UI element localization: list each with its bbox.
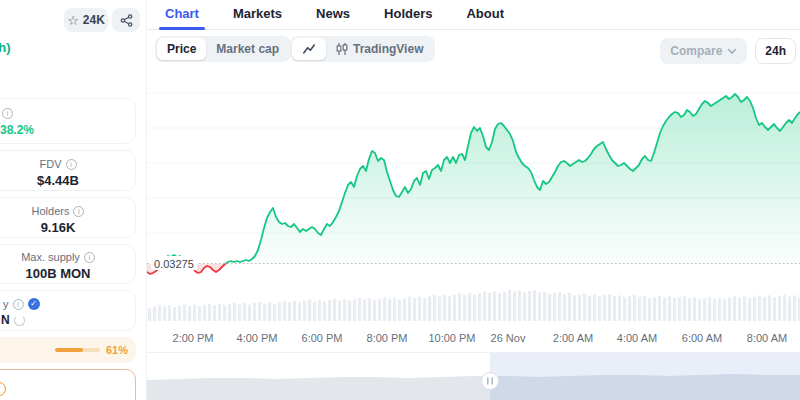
tab-holders[interactable]: Holders bbox=[384, 0, 432, 30]
sentiment-percent: 61% bbox=[106, 344, 128, 356]
sentiment-card: 61% bbox=[0, 337, 136, 363]
tab-about[interactable]: About bbox=[466, 0, 504, 30]
range-24h-button[interactable]: 24h bbox=[755, 38, 796, 64]
tab-markets[interactable]: Markets bbox=[233, 0, 282, 30]
x-axis-tick: 2:00 PM bbox=[173, 332, 214, 344]
share-button[interactable] bbox=[112, 8, 140, 32]
price-toggle-button[interactable]: Price bbox=[157, 38, 206, 60]
x-axis-tick: 6:00 AM bbox=[682, 332, 722, 344]
info-icon[interactable]: i bbox=[2, 108, 13, 119]
circulating-label-fragment: y bbox=[3, 298, 9, 310]
x-axis: 2:00 PM4:00 PM6:00 PM8:00 PM10:00 PM26 N… bbox=[147, 330, 800, 348]
sidebar-top-actions: ☆ 24K bbox=[0, 8, 140, 32]
x-axis-tick: 8:00 AM bbox=[747, 332, 787, 344]
market-cap-change: 38.2% bbox=[0, 123, 34, 137]
x-axis-tick: 8:00 PM bbox=[367, 332, 408, 344]
baseline-price-label: 0.03275 bbox=[154, 258, 194, 270]
favorite-count: 24K bbox=[83, 13, 105, 27]
compare-button[interactable]: Compare bbox=[660, 38, 747, 64]
max-supply-value: 100B MON bbox=[0, 266, 135, 281]
alert-card: ! bbox=[0, 369, 136, 400]
warning-icon: ! bbox=[0, 382, 6, 396]
holders-value: 9.16K bbox=[0, 220, 135, 235]
x-axis-tick: 6:00 PM bbox=[302, 332, 343, 344]
price-chart[interactable]: 0.03275 bbox=[147, 84, 800, 330]
holders-label: Holders bbox=[32, 205, 70, 217]
x-axis-tick: 4:00 AM bbox=[617, 332, 657, 344]
circulating-value-fragment: N bbox=[1, 313, 10, 327]
fdv-value: $4.44B bbox=[0, 173, 135, 188]
circulating-supply-card: y i ✓ N bbox=[0, 290, 136, 331]
app-root: ☆ 24K 4h) i 38.2% FDVi $4.44B bbox=[0, 0, 800, 400]
info-icon[interactable]: i bbox=[73, 206, 84, 217]
info-icon[interactable]: i bbox=[13, 299, 24, 310]
navigator-handle[interactable] bbox=[482, 373, 499, 390]
sentiment-bar[interactable] bbox=[55, 348, 100, 352]
tab-news[interactable]: News bbox=[316, 0, 350, 30]
fdv-label: FDV bbox=[40, 158, 62, 170]
tab-chart[interactable]: Chart bbox=[165, 0, 199, 30]
chevron-down-icon bbox=[727, 48, 737, 55]
chart-type-toggle: TradingView bbox=[290, 36, 435, 62]
info-icon[interactable]: i bbox=[84, 252, 95, 263]
range-navigator[interactable] bbox=[147, 353, 800, 400]
main-content: Chart Markets News Holders About Price M… bbox=[147, 0, 800, 400]
fdv-card: FDVi $4.44B bbox=[0, 150, 136, 191]
favorite-button[interactable]: ☆ 24K bbox=[64, 8, 108, 32]
holders-card: Holdersi 9.16K bbox=[0, 197, 136, 238]
line-chart-icon bbox=[302, 42, 316, 56]
star-icon: ☆ bbox=[67, 13, 79, 28]
share-icon bbox=[120, 14, 133, 27]
market-cap-card: i 38.2% bbox=[0, 98, 136, 144]
tradingview-label: TradingView bbox=[353, 38, 423, 60]
candlestick-icon bbox=[336, 42, 348, 56]
tradingview-button[interactable]: TradingView bbox=[326, 38, 433, 60]
sidebar: ☆ 24K 4h) i 38.2% FDVi $4.44B bbox=[0, 0, 147, 400]
line-chart-button[interactable] bbox=[292, 38, 326, 60]
verified-badge-icon: ✓ bbox=[28, 298, 40, 310]
x-axis-tick: 10:00 PM bbox=[428, 332, 475, 344]
compare-label: Compare bbox=[670, 44, 722, 58]
tab-bar: Chart Markets News Holders About bbox=[147, 0, 800, 30]
max-supply-label: Max. supply bbox=[21, 251, 80, 263]
price-marketcap-toggle: Price Market cap bbox=[155, 36, 291, 62]
x-axis-tick: 26 Nov bbox=[491, 332, 526, 344]
max-supply-card: Max. supplyi 100B MON bbox=[0, 244, 136, 284]
market-cap-toggle-button[interactable]: Market cap bbox=[206, 38, 289, 60]
info-icon[interactable]: i bbox=[66, 159, 77, 170]
x-axis-tick: 2:00 AM bbox=[553, 332, 593, 344]
x-axis-tick: 4:00 PM bbox=[237, 332, 278, 344]
price-change-24h-fragment: 4h) bbox=[0, 40, 11, 55]
chart-range-controls: Compare 24h bbox=[660, 38, 796, 64]
refresh-spinner-icon[interactable] bbox=[14, 315, 25, 326]
